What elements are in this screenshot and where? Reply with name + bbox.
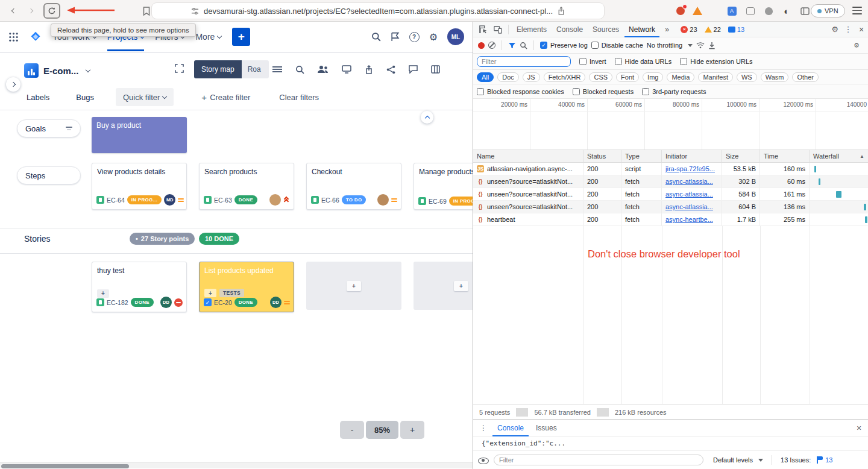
chip-all[interactable]: All [477,72,494,82]
log-levels-dropdown[interactable]: Default levels [713,456,763,464]
story-card[interactable]: thuy test + EC-182 DONE DD [92,262,187,312]
more-tabs-icon[interactable]: » [661,22,673,37]
network-timeline-overview[interactable]: 20000 ms 40000 ms 60000 ms 80000 ms 1000… [473,99,868,150]
share-icon[interactable] [558,7,565,15]
chip-other[interactable]: Other [792,72,819,82]
throttling-dropdown[interactable]: No throttling [647,42,693,49]
goals-row-label[interactable]: Goals [17,119,81,137]
chip-doc[interactable]: Doc [497,72,519,82]
col-type[interactable]: Type [621,150,662,162]
board-icon[interactable] [431,65,440,74]
sidebar-toggle-icon[interactable] [799,5,810,16]
device-toolbar-icon[interactable] [491,23,505,36]
feedback-flag-icon[interactable] [391,32,400,42]
chip-css[interactable]: CSS [589,72,612,82]
extension-icon-1[interactable] [675,5,686,16]
network-request-row[interactable]: {}unseen?source=atlaskitNot... 200 fetch… [473,201,868,213]
request-initiator-link[interactable]: async-atlassia... [665,178,713,185]
fullscreen-icon[interactable] [175,64,184,75]
app-switcher-icon[interactable] [8,32,19,42]
step-card[interactable]: View products details EC-64 IN PROG... M… [92,163,187,210]
network-request-row[interactable]: {}heartbeat 200 fetch async-heartbe... 1… [473,213,868,226]
add-label-button[interactable]: + [204,289,216,297]
chip-wasm[interactable]: Wasm [761,72,789,82]
console-filter-input[interactable] [494,455,703,465]
warning-count-badge[interactable]: 22 [705,26,721,33]
col-time[interactable]: Time [760,150,810,162]
jira-logo[interactable] [30,31,42,43]
create-issue-button[interactable]: + [232,28,250,46]
step-card[interactable]: Search products EC-63 DONE [199,163,294,210]
nav-more[interactable]: More [195,32,221,42]
network-request-row[interactable]: {}unseen?source=atlaskitNot... 200 fetch… [473,175,868,188]
chip-img[interactable]: Img [643,72,663,82]
assignee-avatar[interactable] [377,194,389,206]
horizontal-scrollbar[interactable] [0,462,473,468]
comment-icon[interactable] [409,65,418,74]
preserve-log-checkbox[interactable]: ✓ Preserve log [540,42,588,49]
import-export-icon[interactable] [708,42,715,49]
error-count-badge[interactable]: × 23 [681,26,697,33]
add-story-placeholder[interactable]: + [306,262,401,310]
hide-data-urls-checkbox[interactable]: Hide data URLs [615,58,672,65]
drawer-kebab-icon[interactable]: ⋮ [477,421,490,435]
request-initiator-link[interactable]: async-heartbe... [665,216,713,223]
request-initiator-link[interactable]: jira-spa.72fe95... [665,165,715,172]
assignee-avatar[interactable]: MD [164,194,175,206]
dark-mode-icon[interactable]: ◐ [781,5,792,16]
clear-filters-button[interactable]: Clear filters [279,93,319,102]
settings-gear-icon[interactable]: ⚙ [429,31,438,43]
blocked-cookies-checkbox[interactable]: Blocked response cookies [477,88,564,95]
tab-network[interactable]: Network [624,22,659,37]
search-icon[interactable] [520,42,527,49]
labels-filter[interactable]: Labels [27,93,49,102]
extension-icon-3[interactable] [745,5,756,16]
devtools-close-icon[interactable]: × [855,23,868,36]
chip-js[interactable]: JS [523,72,540,82]
vpn-badge[interactable]: VPN [811,4,845,17]
site-settings-icon[interactable] [191,7,199,15]
search-icon[interactable] [371,32,381,42]
network-request-row[interactable]: JSatlassian-navigation.async-... 200 scr… [473,163,868,175]
network-request-row[interactable]: {}unseen?source=atlaskitNot... 200 fetch… [473,188,868,201]
step-card[interactable]: Manage products EC-69 IN PROG... [414,163,473,210]
drawer-close-icon[interactable]: × [852,421,866,435]
network-settings-gear-icon[interactable]: ⚙ [850,39,863,52]
devtools-kebab-icon[interactable]: ⋮ [841,23,855,36]
clear-icon[interactable] [488,42,495,49]
col-waterfall[interactable]: Waterfall▲ [810,150,868,162]
chip-fetch-xhr[interactable]: Fetch/XHR [544,72,586,82]
inspect-element-icon[interactable] [477,23,490,36]
record-icon[interactable] [478,42,485,49]
drawer-tab-issues[interactable]: Issues [531,420,562,436]
devtools-settings-icon[interactable]: ⚙ [828,23,841,36]
assignee-avatar[interactable] [269,194,281,206]
label-chip[interactable]: TESTS [219,289,244,297]
issues-counter[interactable]: 13 [817,456,832,464]
scrollbar-thumb[interactable] [1,464,129,468]
story-card-selected[interactable]: List products updated + TESTS ✓ EC-20 DO… [199,262,294,312]
collapse-row-button[interactable] [421,111,433,124]
live-expression-eye-icon[interactable] [478,455,488,465]
goal-card[interactable]: Buy a product [92,117,187,153]
blocked-requests-checkbox[interactable]: Blocked requests [573,88,634,95]
extension-icon-2[interactable] [692,5,703,16]
chip-ws[interactable]: WS [737,72,757,82]
create-filter-button[interactable]: + Create filter [201,92,250,102]
tab-roadmap[interactable]: Roa [242,60,267,78]
browser-menu-icon[interactable] [852,7,862,14]
add-story-placeholder[interactable]: + [414,262,473,310]
quick-filter-button[interactable]: Quick filter [116,88,174,106]
project-avatar[interactable] [24,63,39,78]
disable-cache-checkbox[interactable]: Disable cache [591,42,643,49]
export-icon[interactable] [365,65,373,74]
extension-icon-4[interactable] [763,5,774,16]
console-log-line[interactable]: {"extension_id":"c... [473,436,868,451]
network-conditions-icon[interactable] [696,42,705,49]
issues-count-badge[interactable]: 13 [728,26,744,33]
tab-elements[interactable]: Elements [512,22,551,37]
project-name[interactable]: E-com... [43,66,78,76]
display-icon[interactable] [342,65,351,74]
chevron-down-icon[interactable] [86,67,90,72]
bugs-filter[interactable]: Bugs [76,93,94,102]
